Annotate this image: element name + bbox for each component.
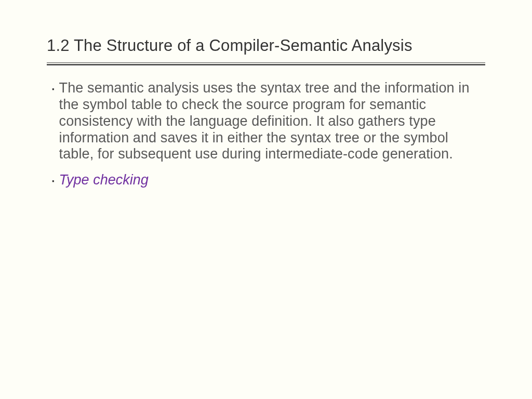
bullet-item: ▪ Type checking [52, 172, 485, 189]
slide-title: 1.2 The Structure of a Compiler-Semantic… [47, 36, 485, 55]
slide-content: ▪ The semantic analysis uses the syntax … [47, 80, 485, 189]
bullet-marker-icon: ▪ [52, 177, 55, 185]
divider-thin [47, 62, 485, 63]
bullet-marker-icon: ▪ [52, 85, 55, 93]
divider-thick [47, 64, 485, 65]
bullet-text-highlight: Type checking [59, 172, 149, 189]
bullet-item: ▪ The semantic analysis uses the syntax … [52, 80, 485, 163]
bullet-text: The semantic analysis uses the syntax tr… [59, 80, 485, 163]
title-divider [47, 62, 485, 65]
slide-container: 1.2 The Structure of a Compiler-Semantic… [0, 0, 532, 219]
